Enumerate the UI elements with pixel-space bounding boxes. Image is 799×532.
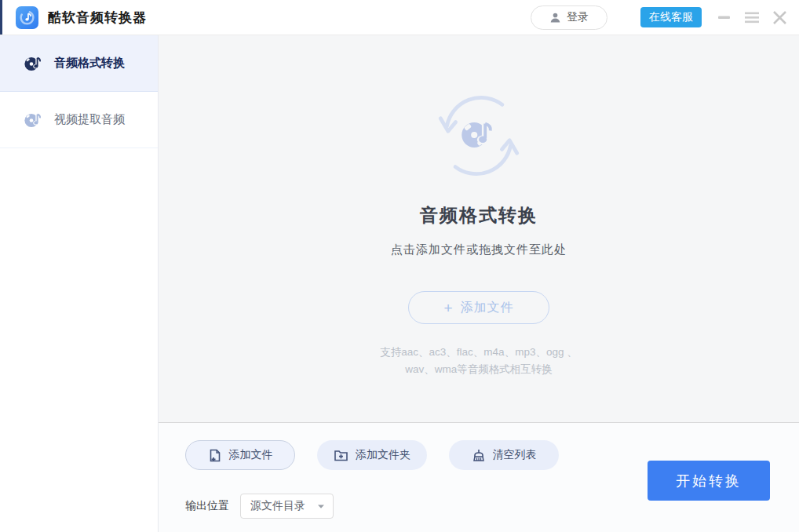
sidebar-item-label: 视频提取音频 xyxy=(54,112,125,127)
start-convert-button[interactable]: 开始转换 xyxy=(648,461,770,501)
broom-icon xyxy=(472,448,486,463)
add-file-button[interactable]: 添加文件 xyxy=(185,440,295,470)
clear-list-label: 清空列表 xyxy=(493,448,537,462)
supported-formats-text: 支持aac、ac3、flac、m4a、mp3、ogg 、 wav、wma等音频格… xyxy=(380,344,577,378)
folder-plus-icon xyxy=(334,448,348,462)
caret-down-icon xyxy=(317,504,325,509)
minimize-icon[interactable] xyxy=(715,8,734,27)
window-controls xyxy=(715,8,789,27)
add-files-pill-button[interactable]: + 添加文件 xyxy=(408,291,549,324)
sidebar-item-audio-format-convert[interactable]: 音频格式转换 xyxy=(0,35,158,92)
login-button[interactable]: 登录 xyxy=(531,5,607,30)
app-title: 酷软音频转换器 xyxy=(48,9,147,27)
title-bar: 酷软音频转换器 登录 在线客服 xyxy=(0,0,799,35)
output-location-select[interactable]: 源文件目录 xyxy=(240,494,334,519)
close-icon[interactable] xyxy=(770,8,789,27)
video-extract-audio-icon xyxy=(23,110,43,130)
plus-icon: + xyxy=(443,301,453,315)
user-icon xyxy=(549,12,561,24)
sidebar: 音频格式转换 视频提取音频 xyxy=(0,35,159,532)
file-drop-zone[interactable]: 音频格式转换 点击添加文件或拖拽文件至此处 + 添加文件 支持aac、ac3、f… xyxy=(159,35,799,422)
dropzone-title: 音频格式转换 xyxy=(420,203,538,228)
file-plus-icon xyxy=(208,448,222,463)
add-files-pill-label: 添加文件 xyxy=(461,300,514,316)
sidebar-item-video-extract-audio[interactable]: 视频提取音频 xyxy=(0,92,158,148)
menu-icon[interactable] xyxy=(742,8,761,27)
bottom-action-bar: 添加文件 添加文件夹 xyxy=(159,422,799,532)
output-location-value: 源文件目录 xyxy=(250,499,305,513)
app-logo-icon xyxy=(16,6,38,29)
add-folder-button[interactable]: 添加文件夹 xyxy=(317,440,427,470)
audio-convert-hero-icon xyxy=(433,92,524,183)
output-location-label: 输出位置 xyxy=(185,499,229,513)
add-folder-label: 添加文件夹 xyxy=(356,448,410,462)
dropzone-subtitle: 点击添加文件或拖拽文件至此处 xyxy=(391,242,567,257)
online-support-button[interactable]: 在线客服 xyxy=(640,7,702,27)
login-label: 登录 xyxy=(567,10,589,24)
clear-list-button[interactable]: 清空列表 xyxy=(449,440,559,470)
main-panel: 音频格式转换 点击添加文件或拖拽文件至此处 + 添加文件 支持aac、ac3、f… xyxy=(159,35,799,532)
add-file-label: 添加文件 xyxy=(229,448,273,462)
audio-convert-icon xyxy=(23,53,43,74)
sidebar-item-label: 音频格式转换 xyxy=(54,56,125,71)
left-accent-strip xyxy=(0,0,2,35)
